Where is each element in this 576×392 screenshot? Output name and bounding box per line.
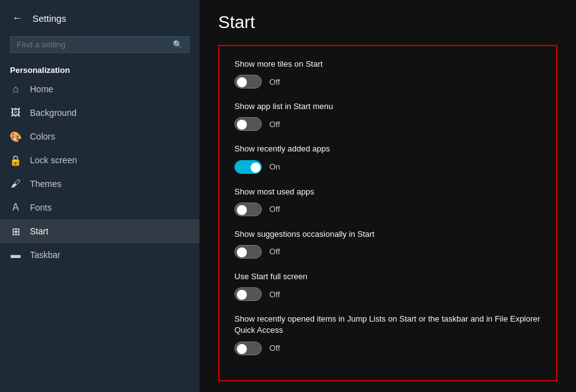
search-input[interactable]: [17, 40, 173, 49]
sidebar-item-label-background: Background: [30, 108, 77, 118]
main-content: Start Show more tiles on StartOffShow ap…: [199, 0, 576, 392]
toggle-row-most-used: Off: [234, 203, 541, 216]
toggle-row-suggestions: Off: [234, 245, 541, 259]
sidebar-item-label-start: Start: [30, 226, 49, 236]
sidebar-item-home[interactable]: ⌂Home: [0, 77, 199, 101]
taskbar-icon: ▬: [10, 249, 21, 261]
sidebar-item-lock-screen[interactable]: 🔒Lock screen: [0, 148, 199, 172]
setting-item-jump-lists: Show recently opened items in Jump Lists…: [234, 313, 541, 355]
toggle-thumb-jump-lists: [237, 344, 247, 354]
toggle-thumb-suggestions: [237, 247, 247, 257]
toggle-status-more-tiles: Off: [269, 77, 280, 87]
sidebar-item-label-colors: Colors: [30, 131, 55, 141]
themes-icon: 🖌: [10, 178, 21, 189]
toggle-row-full-screen: Off: [234, 287, 541, 301]
setting-label-most-used: Show most used apps: [234, 186, 541, 198]
toggle-suggestions[interactable]: [234, 245, 262, 259]
sidebar-item-fonts[interactable]: AFonts: [0, 196, 199, 219]
background-icon: 🖼: [10, 107, 21, 118]
toggle-row-jump-lists: Off: [234, 342, 541, 355]
settings-title: Settings: [32, 13, 66, 24]
toggle-jump-lists[interactable]: [234, 342, 262, 355]
setting-label-jump-lists: Show recently opened items in Jump Lists…: [234, 313, 541, 336]
toggle-row-more-tiles: Off: [234, 75, 541, 88]
toggle-status-jump-lists: Off: [269, 343, 280, 353]
section-label: Personalization: [0, 60, 199, 77]
toggle-status-suggestions: Off: [269, 247, 280, 256]
setting-label-more-tiles: Show more tiles on Start: [234, 59, 541, 70]
settings-panel: Show more tiles on StartOffShow app list…: [218, 45, 557, 381]
sidebar-item-background[interactable]: 🖼Background: [0, 101, 199, 125]
toggle-status-recently-added: On: [269, 162, 280, 171]
sidebar-item-label-themes: Themes: [30, 179, 62, 189]
toggle-status-most-used: Off: [269, 204, 280, 214]
toggle-row-app-list: Off: [234, 117, 541, 131]
toggle-row-recently-added: On: [234, 160, 541, 174]
toggle-thumb-more-tiles: [237, 77, 247, 87]
sidebar-item-label-fonts: Fonts: [30, 203, 52, 213]
sidebar: ← Settings 🔍 Personalization ⌂Home🖼Backg…: [0, 0, 199, 392]
setting-label-app-list: Show app list in Start menu: [234, 101, 541, 112]
nav-list: ⌂Home🖼Background🎨Colors🔒Lock screen🖌Them…: [0, 77, 199, 267]
toggle-thumb-full-screen: [237, 290, 247, 300]
toggle-most-used[interactable]: [234, 203, 262, 216]
toggle-full-screen[interactable]: [234, 287, 262, 301]
colors-icon: 🎨: [10, 131, 21, 142]
setting-item-suggestions: Show suggestions occasionally in StartOf…: [234, 229, 541, 259]
sidebar-item-taskbar[interactable]: ▬Taskbar: [0, 243, 199, 267]
setting-item-recently-added: Show recently added appsOn: [234, 143, 541, 173]
sidebar-item-start[interactable]: ⊞Start: [0, 219, 199, 243]
search-icon: 🔍: [173, 40, 183, 49]
search-box[interactable]: 🔍: [10, 36, 190, 53]
toggle-status-full-screen: Off: [269, 290, 280, 299]
setting-item-full-screen: Use Start full screenOff: [234, 271, 541, 301]
home-icon: ⌂: [10, 84, 21, 95]
fonts-icon: A: [10, 202, 21, 213]
setting-item-most-used: Show most used appsOff: [234, 186, 541, 216]
page-title: Start: [218, 12, 557, 32]
toggle-status-app-list: Off: [269, 120, 280, 129]
lock-screen-icon: 🔒: [10, 155, 21, 166]
setting-label-full-screen: Use Start full screen: [234, 271, 541, 282]
toggle-thumb-app-list: [237, 120, 247, 130]
toggle-thumb-recently-added: [251, 163, 261, 173]
sidebar-item-themes[interactable]: 🖌Themes: [0, 172, 199, 196]
setting-label-suggestions: Show suggestions occasionally in Start: [234, 229, 541, 240]
sidebar-header: ← Settings: [0, 0, 199, 31]
setting-label-recently-added: Show recently added apps: [234, 143, 541, 155]
toggle-app-list[interactable]: [234, 117, 262, 131]
setting-item-app-list: Show app list in Start menuOff: [234, 101, 541, 131]
start-icon: ⊞: [10, 226, 21, 237]
toggle-thumb-most-used: [237, 205, 247, 215]
setting-item-more-tiles: Show more tiles on StartOff: [234, 59, 541, 88]
sidebar-item-label-lock-screen: Lock screen: [30, 155, 77, 165]
toggle-more-tiles[interactable]: [234, 75, 262, 88]
sidebar-item-label-home: Home: [30, 84, 53, 94]
sidebar-item-label-taskbar: Taskbar: [30, 250, 60, 260]
toggle-recently-added[interactable]: [234, 160, 262, 174]
back-button[interactable]: ←: [10, 10, 25, 26]
sidebar-item-colors[interactable]: 🎨Colors: [0, 125, 199, 148]
